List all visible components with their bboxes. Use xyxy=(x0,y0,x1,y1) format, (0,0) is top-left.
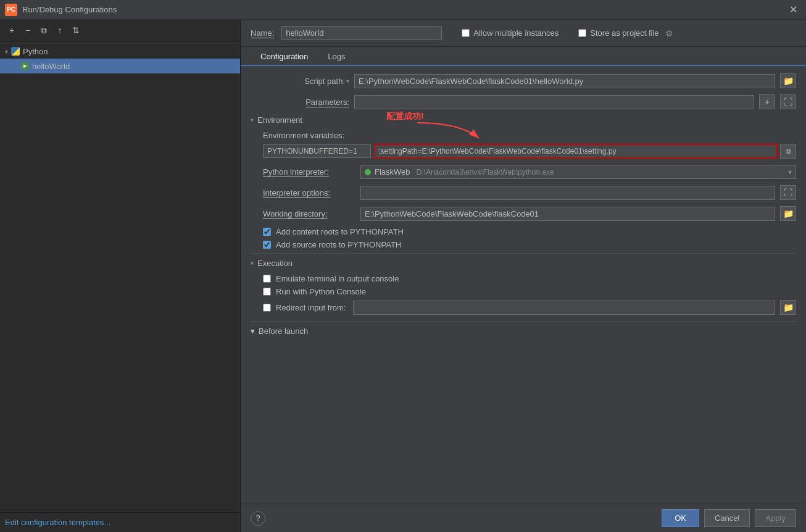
store-as-project-checkbox[interactable] xyxy=(578,29,586,37)
name-row: Name: Allow multiple instances Store as … xyxy=(241,20,806,47)
cancel-button[interactable]: Cancel xyxy=(704,509,750,527)
separator xyxy=(251,253,796,254)
environment-section-header: ▾ Environment xyxy=(251,115,796,125)
tab-configuration[interactable]: Configuration xyxy=(251,47,318,66)
helloworld-label: helloWorld xyxy=(32,62,70,71)
name-label: Name: xyxy=(251,28,274,38)
add-content-roots-row: Add content roots to PYTHONPATH xyxy=(263,227,796,236)
script-path-browse-button[interactable]: 📁 xyxy=(780,73,796,88)
bottom-spacer xyxy=(251,336,796,360)
working-directory-row: Working directory: 📁 xyxy=(263,206,796,221)
sort-config-button[interactable]: ⇅ xyxy=(69,23,83,37)
execution-section-label: Execution xyxy=(257,259,293,268)
redirect-input-checkbox[interactable] xyxy=(263,304,271,312)
add-content-roots-label: Add content roots to PYTHONPATH xyxy=(276,227,404,236)
parameters-label: Parameters: xyxy=(251,98,349,107)
sidebar: + − ⧉ ↑ ⇅ ▾ Python helloWorld Edit confi xyxy=(0,20,241,532)
parameters-input[interactable] xyxy=(354,95,754,109)
app-icon: PC xyxy=(5,4,17,16)
interpreter-name: FlaskWeb xyxy=(375,167,410,177)
helloworld-config-item[interactable]: helloWorld xyxy=(0,59,240,73)
add-source-roots-row: Add source roots to PYTHONPATH xyxy=(263,240,796,249)
config-tree: ▾ Python helloWorld xyxy=(0,41,240,512)
python-group-icon xyxy=(10,46,20,56)
main-content: + − ⧉ ↑ ⇅ ▾ Python helloWorld Edit confi xyxy=(0,20,806,532)
allow-multiple-label: Allow multiple instances xyxy=(473,28,559,38)
name-input[interactable] xyxy=(281,26,442,40)
bottom-bar: ? OK Cancel Apply xyxy=(241,504,806,532)
redirect-input-row: Redirect input from: 📁 xyxy=(263,300,796,315)
redirect-input-field[interactable] xyxy=(353,301,775,315)
interpreter-select[interactable]: FlaskWeb D:\Anaconda3\envs\FlaskWeb\pyth… xyxy=(360,165,796,179)
env-right-input[interactable] xyxy=(373,144,778,159)
execution-section-header: ▾ Execution xyxy=(251,259,796,268)
interpreter-options-input[interactable] xyxy=(360,186,775,200)
store-as-project-group: Store as project file ⚙ xyxy=(578,28,673,38)
tabs: Configuration Logs xyxy=(241,47,806,66)
action-buttons: OK Cancel Apply xyxy=(662,509,796,527)
run-with-python-console-checkbox[interactable] xyxy=(263,288,271,296)
before-launch-collapse-arrow[interactable]: ▾ xyxy=(251,326,255,336)
run-with-python-console-row: Run with Python Console xyxy=(263,287,796,296)
interpreter-options-row: Interpreter options: ⛶ xyxy=(263,185,796,200)
interpreter-path: D:\Anaconda3\envs\FlaskWeb\python.exe xyxy=(417,168,554,177)
sidebar-footer: Edit configuration templates... xyxy=(0,512,240,532)
before-launch-label: Before launch xyxy=(259,326,308,336)
run-config-icon xyxy=(20,61,30,71)
emulate-terminal-row: Emulate terminal in output console xyxy=(263,274,796,283)
move-config-button[interactable]: ↑ xyxy=(53,23,67,37)
config-area: Script path: ▾ 📁 Parameters: + ⛶ ▾ Envir… xyxy=(241,66,806,504)
right-panel: Name: Allow multiple instances Store as … xyxy=(241,20,806,532)
interpreter-dropdown-arrow: ▾ xyxy=(788,168,792,177)
close-button[interactable]: ✕ xyxy=(786,2,801,17)
tab-logs[interactable]: Logs xyxy=(318,47,355,66)
emulate-terminal-checkbox[interactable] xyxy=(263,275,271,283)
ok-button[interactable]: OK xyxy=(662,509,699,527)
redirect-input-label: Redirect input from: xyxy=(276,303,346,312)
environment-collapse-arrow[interactable]: ▾ xyxy=(251,117,254,123)
interpreter-options-expand-button[interactable]: ⛶ xyxy=(780,185,796,200)
window-title: Run/Debug Configurations xyxy=(22,5,786,14)
allow-multiple-group: Allow multiple instances xyxy=(462,28,559,38)
store-as-project-label: Store as project file xyxy=(590,28,659,38)
emulate-terminal-label: Emulate terminal in output console xyxy=(276,274,399,283)
parameters-expand-button[interactable]: ⛶ xyxy=(780,94,796,109)
parameters-row: Parameters: + ⛶ xyxy=(251,94,796,109)
annotation-arrow-svg xyxy=(411,120,485,144)
env-variables-label: Environment variables: xyxy=(263,131,796,140)
script-path-label: Script path: ▾ xyxy=(251,77,349,86)
help-button[interactable]: ? xyxy=(251,511,265,526)
add-content-roots-checkbox[interactable] xyxy=(263,228,271,236)
env-left-input[interactable] xyxy=(263,144,371,158)
script-path-dropdown-arrow[interactable]: ▾ xyxy=(346,78,349,85)
edit-templates-link[interactable]: Edit configuration templates... xyxy=(5,518,110,527)
add-config-button[interactable]: + xyxy=(5,23,19,37)
interpreter-status-dot xyxy=(365,169,371,175)
interpreter-options-label: Interpreter options: xyxy=(263,188,355,197)
apply-button[interactable]: Apply xyxy=(755,509,796,527)
script-path-input[interactable] xyxy=(354,74,775,88)
remove-config-button[interactable]: − xyxy=(21,23,35,37)
python-group-label: Python xyxy=(23,47,48,56)
env-copy-button[interactable]: ⧉ xyxy=(780,144,796,159)
working-directory-browse-button[interactable]: 📁 xyxy=(780,206,796,221)
execution-collapse-arrow[interactable]: ▾ xyxy=(251,260,254,267)
separator-2 xyxy=(251,321,796,322)
working-directory-input[interactable] xyxy=(360,207,775,221)
redirect-input-browse-button[interactable]: 📁 xyxy=(780,300,796,315)
environment-section-label: Environment xyxy=(257,115,302,125)
allow-multiple-checkbox[interactable] xyxy=(462,29,470,37)
title-bar: PC Run/Debug Configurations ✕ xyxy=(0,0,806,20)
tree-expand-arrow: ▾ xyxy=(5,48,8,55)
python-group[interactable]: ▾ Python xyxy=(0,44,240,59)
run-with-python-console-label: Run with Python Console xyxy=(276,287,366,296)
gear-icon[interactable]: ⚙ xyxy=(665,28,673,38)
env-variables-row: ⧉ xyxy=(263,144,796,159)
add-source-roots-label: Add source roots to PYTHONPATH xyxy=(276,240,401,249)
before-launch-header: ▾ Before launch xyxy=(251,326,796,336)
add-source-roots-checkbox[interactable] xyxy=(263,241,271,249)
copy-config-button[interactable]: ⧉ xyxy=(37,23,51,37)
working-directory-label: Working directory: xyxy=(263,209,355,218)
parameters-add-button[interactable]: + xyxy=(759,94,775,109)
interpreter-row: Python interpreter: FlaskWeb D:\Anaconda… xyxy=(263,165,796,179)
